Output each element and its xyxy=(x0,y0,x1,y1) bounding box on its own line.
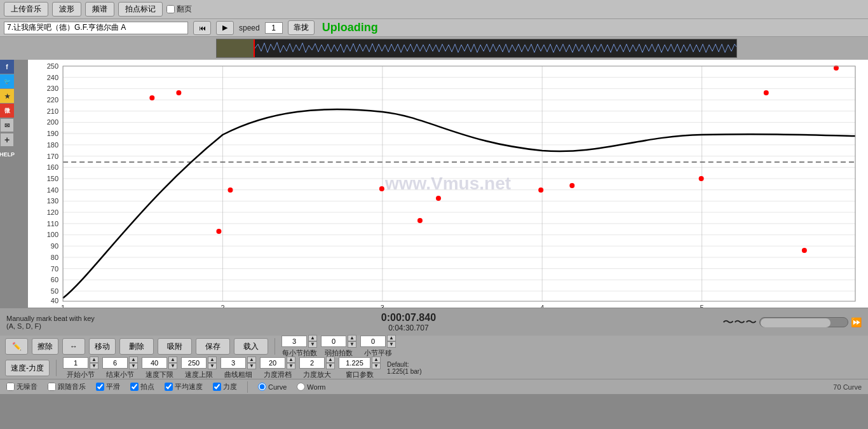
force-checkbox[interactable] xyxy=(213,383,221,391)
speed-upper-label: 速度上限 xyxy=(185,370,213,379)
svg-point-62 xyxy=(417,218,423,223)
svg-text:110: 110 xyxy=(47,220,58,228)
speed-lower-up[interactable]: ▲ xyxy=(168,357,177,363)
beat-checkbox[interactable] xyxy=(130,383,139,391)
end-bar-up[interactable]: ▲ xyxy=(129,357,138,363)
avg-speed-checkbox[interactable] xyxy=(165,383,173,391)
facebook-btn[interactable]: f xyxy=(0,60,14,74)
controls-row3: 无噪音 跟随音乐 平滑 拍点 平均速度 力度 Curve Worm 70 Cur… xyxy=(0,379,868,394)
force-adjust-input[interactable] xyxy=(260,357,285,369)
delete-btn[interactable]: 删除 xyxy=(119,338,154,355)
svg-point-59 xyxy=(216,229,221,234)
play-btn[interactable]: ▶ xyxy=(216,21,234,35)
flip-checkbox[interactable] xyxy=(166,5,175,13)
force-adjust-up[interactable]: ▲ xyxy=(287,357,295,363)
bar-offset-up[interactable]: ▲ xyxy=(387,335,396,341)
force-zoom-input[interactable] xyxy=(299,357,325,369)
line-thickness-label: 曲线粗细 xyxy=(224,370,252,379)
worm-radio[interactable] xyxy=(297,383,305,391)
save-btn[interactable]: 保存 xyxy=(196,338,230,355)
twitter-btn[interactable]: 🐦 xyxy=(0,74,14,88)
beats-per-bar-up[interactable]: ▲ xyxy=(308,335,317,341)
default-label: Default: xyxy=(387,361,421,368)
beat-instruction-group: Manually mark beat with key (A, S, D, F) xyxy=(6,315,95,330)
song-title-input[interactable] xyxy=(4,22,188,34)
start-bar-up[interactable]: ▲ xyxy=(90,357,98,363)
svg-text:200: 200 xyxy=(47,119,58,126)
force-zoom-up[interactable]: ▲ xyxy=(326,357,335,363)
end-bar-input[interactable] xyxy=(102,357,128,369)
speed-upper-input[interactable] xyxy=(181,357,207,369)
social-sidebar: f 🐦 ★ 微 ✉ + HELP xyxy=(0,60,14,308)
help-btn[interactable]: HELP xyxy=(0,147,14,161)
time-display: 0:00:07.840 0:04:30.707 xyxy=(381,312,436,332)
swing-down[interactable]: ▼ xyxy=(348,341,356,348)
speed-lower-input[interactable] xyxy=(142,357,167,369)
mail-btn[interactable]: ✉ xyxy=(0,118,14,132)
start-bar-input[interactable] xyxy=(63,357,88,369)
window-param-input[interactable] xyxy=(339,357,370,369)
end-bar-label: 结束小节 xyxy=(106,370,134,379)
speed-label: speed xyxy=(239,24,260,32)
speed-force-btn[interactable]: 速度-力度 xyxy=(5,360,50,376)
upload-music-btn[interactable]: 上传音乐 xyxy=(4,2,48,17)
window-param-up[interactable]: ▲ xyxy=(372,357,381,363)
line-thickness-up[interactable]: ▲ xyxy=(247,357,256,363)
rewind-btn[interactable]: ⏮ xyxy=(193,21,211,35)
end-bar-down[interactable]: ▼ xyxy=(129,363,138,369)
move-icon-btn[interactable]: ↔ xyxy=(62,338,85,355)
speed-upper-up[interactable]: ▲ xyxy=(208,357,217,363)
volume-slider[interactable] xyxy=(759,317,848,327)
force-adjust-down[interactable]: ▼ xyxy=(287,363,295,369)
curve-radio[interactable] xyxy=(258,383,266,391)
svg-text:100: 100 xyxy=(47,231,58,239)
load-btn[interactable]: 载入 xyxy=(234,338,268,355)
main-content: f 🐦 ★ 微 ✉ + HELP www.Vmus.net .grid-line… xyxy=(0,60,868,308)
smooth-checkbox[interactable] xyxy=(96,383,104,391)
no-noise-checkbox[interactable] xyxy=(6,383,15,391)
bar-offset-input[interactable] xyxy=(360,336,386,347)
speed-lower-down[interactable]: ▼ xyxy=(168,363,177,369)
window-param-down[interactable]: ▼ xyxy=(372,363,381,369)
beat-group: 拍点 xyxy=(130,382,154,392)
absorb-btn[interactable]: 吸附 xyxy=(158,338,192,355)
frequency-btn[interactable]: 频谱 xyxy=(85,2,114,17)
beat-mark-btn[interactable]: 拍点标记 xyxy=(118,2,163,17)
beats-per-bar-down[interactable]: ▼ xyxy=(308,341,317,348)
avg-speed-label: 平均速度 xyxy=(175,382,203,392)
line-thickness-down[interactable]: ▼ xyxy=(247,363,256,369)
line-thickness-group: ▲ ▼ 曲线粗细 xyxy=(220,357,256,379)
start-bar-label: 开始小节 xyxy=(67,370,95,379)
follow-music-checkbox[interactable] xyxy=(48,383,56,391)
flip-label: 翻页 xyxy=(177,4,192,15)
waveform-container[interactable] xyxy=(216,39,737,58)
confirm-btn[interactable]: 靠拢 xyxy=(288,20,315,35)
svg-text:5: 5 xyxy=(700,304,704,308)
chart-area: www.Vmus.net .grid-line { stroke: #ccc; … xyxy=(28,60,868,308)
chart-svg[interactable]: .grid-line { stroke: #ccc; stroke-width:… xyxy=(28,60,868,308)
speed-upper-down[interactable]: ▼ xyxy=(208,363,217,369)
start-bar-down[interactable]: ▼ xyxy=(90,363,98,369)
speed-input[interactable] xyxy=(265,22,283,34)
force-zoom-down[interactable]: ▼ xyxy=(326,363,335,369)
follow-music-label: 跟随音乐 xyxy=(58,382,86,392)
svg-text:210: 210 xyxy=(47,107,58,115)
swing-up[interactable]: ▲ xyxy=(348,335,356,341)
beats-per-bar-input[interactable] xyxy=(281,336,307,347)
weibo-btn[interactable]: 微 xyxy=(0,104,14,118)
swing-input[interactable] xyxy=(321,336,346,347)
svg-point-61 xyxy=(379,186,384,191)
waveform-btn[interactable]: 波形 xyxy=(52,2,81,17)
svg-text:80: 80 xyxy=(51,254,58,261)
uploading-status: Uploading xyxy=(322,21,378,34)
erase-btn[interactable]: 擦除 xyxy=(32,338,58,355)
add-btn[interactable]: + xyxy=(0,133,14,147)
line-thickness-input[interactable] xyxy=(220,357,246,369)
star-btn[interactable]: ★ xyxy=(0,89,14,103)
svg-text:250: 250 xyxy=(47,62,58,70)
move-btn[interactable]: 移动 xyxy=(89,338,116,355)
erase-icon-btn[interactable]: ✏️ xyxy=(5,338,28,355)
bar-offset-down[interactable]: ▼ xyxy=(387,341,396,348)
svg-text:2: 2 xyxy=(220,304,224,308)
force-group: 力度 xyxy=(213,382,237,392)
